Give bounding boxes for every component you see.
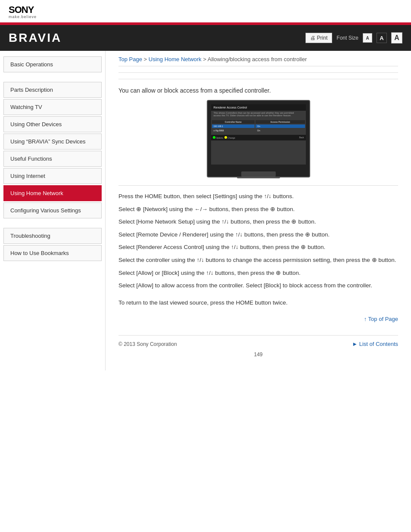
screen-row2-name: x-Vig-5868 (212, 129, 255, 132)
divider-top2 (118, 79, 398, 79)
screen-title: Renderer Access Control (211, 104, 306, 111)
screen-row1-name: 192.168.1 (212, 124, 255, 128)
print-icon: 🖨 (310, 35, 315, 41)
steps-section: Press the HOME button, then select [Sett… (118, 192, 398, 290)
tv-screen: Renderer Access Control This shows Contr… (211, 104, 306, 165)
bravia-tools: 🖨 Print Font Size A A A (305, 32, 402, 44)
tv-stand (241, 171, 276, 177)
sony-header: SONY make.believe (0, 0, 411, 22)
screen-subtitle: This shows Controllers that can be acces… (211, 111, 306, 118)
sidebar-item-using-home-network[interactable]: Using Home Network (3, 185, 102, 201)
screen-footer-options: Options Change (213, 136, 235, 139)
top-of-page-link[interactable]: ↑ Top of Page (364, 316, 398, 322)
divider-top (118, 72, 398, 73)
sidebar-item-configuring-various-settings[interactable]: Configuring Various Settings (3, 202, 102, 218)
screen-row1-status: On (255, 124, 305, 128)
sidebar-item-using-bravia-sync[interactable]: Using “BRAVIA” Sync Devices (3, 134, 102, 149)
sidebar-item-watching-tv[interactable]: Watching TV (3, 99, 102, 115)
bravia-bar: BRAVIA 🖨 Print Font Size A A A (0, 25, 411, 51)
sidebar-item-useful-functions[interactable]: Useful Functions (3, 151, 102, 167)
sidebar-item-using-other-devices[interactable]: Using Other Devices (3, 116, 102, 132)
main-container: Basic Operations Parts Description Watch… (0, 51, 411, 370)
step-3: Select [Home Network Setup] using the ↑/… (118, 217, 398, 227)
step-6: Select the controller using the ↑/↓ butt… (118, 255, 398, 265)
page-footer: © 2013 Sony Corporation ► List of Conten… (118, 335, 398, 347)
footer-links: ► List of Contents (352, 341, 398, 347)
font-medium-button[interactable]: A (377, 33, 387, 43)
breadcrumb-top-page[interactable]: Top Page (118, 56, 142, 62)
font-large-button[interactable]: A (391, 32, 402, 44)
font-size-label: Font Size (336, 35, 358, 41)
font-small-button[interactable]: A (363, 33, 372, 43)
page-number: 149 (118, 347, 398, 362)
return-text: To return to the last viewed source, pre… (118, 298, 398, 308)
sidebar-item-how-to-use-bookmarks[interactable]: How to Use Bookmarks (3, 245, 102, 261)
breadcrumb-using-home-network[interactable]: Using Home Network (149, 56, 202, 62)
divider-mid (118, 185, 398, 186)
screen-footer-back: Back (299, 136, 304, 139)
print-button[interactable]: 🖨 Print (305, 33, 333, 43)
breadcrumb-sep2: > (203, 56, 208, 62)
bravia-title: BRAVIA (9, 31, 62, 45)
breadcrumb-current: Allowing/blocking access from controller (208, 56, 307, 62)
step-2: Select ⊕ [Network] using the ←/→ buttons… (118, 205, 398, 214)
screen-row1: 192.168.1 On (212, 124, 305, 128)
sidebar: Basic Operations Parts Description Watch… (0, 51, 106, 370)
list-of-contents-link[interactable]: ► List of Contents (352, 341, 398, 347)
sidebar-item-using-internet[interactable]: Using Internet (3, 168, 102, 184)
tv-screenshot: Renderer Access Control This shows Contr… (207, 100, 310, 177)
sidebar-item-troubleshooting[interactable]: Troubleshooting (3, 228, 102, 244)
step-4: Select [Remote Device / Renderer] using … (118, 230, 398, 240)
sony-logo: SONY (9, 5, 402, 15)
step-5: Select [Renderer Access Control] using t… (118, 243, 398, 252)
sidebar-item-basic-operations[interactable]: Basic Operations (3, 56, 102, 72)
content-area: Top Page > Using Home Network > Allowing… (106, 51, 411, 370)
top-of-page-container: ↑ Top of Page (118, 316, 398, 322)
sidebar-item-parts-description[interactable]: Parts Description (3, 82, 102, 98)
screen-col1-header: Controller Name (212, 120, 255, 124)
screen-row2-status: On (255, 129, 305, 132)
step-7: Select [Allow] or [Block] using the ↑/↓ … (118, 268, 398, 278)
screen-table: Controller Name Access Permission 192.16… (211, 119, 306, 133)
breadcrumb-sep1: > (144, 56, 149, 62)
step-8: Select [Allow] to allow access from the … (118, 281, 398, 290)
screen-row2: x-Vig-5868 On (212, 129, 305, 132)
screen-col2-header: Access Permission (255, 120, 305, 124)
intro-text: You can allow or block access from a spe… (118, 87, 398, 94)
step-1: Press the HOME button, then select [Sett… (118, 192, 398, 201)
sony-tagline: make.believe (9, 15, 402, 19)
screen-footer: Options Change Back (211, 135, 306, 140)
breadcrumb: Top Page > Using Home Network > Allowing… (118, 51, 398, 66)
copyright: © 2013 Sony Corporation (118, 341, 177, 347)
tv-stand-base (237, 177, 280, 178)
